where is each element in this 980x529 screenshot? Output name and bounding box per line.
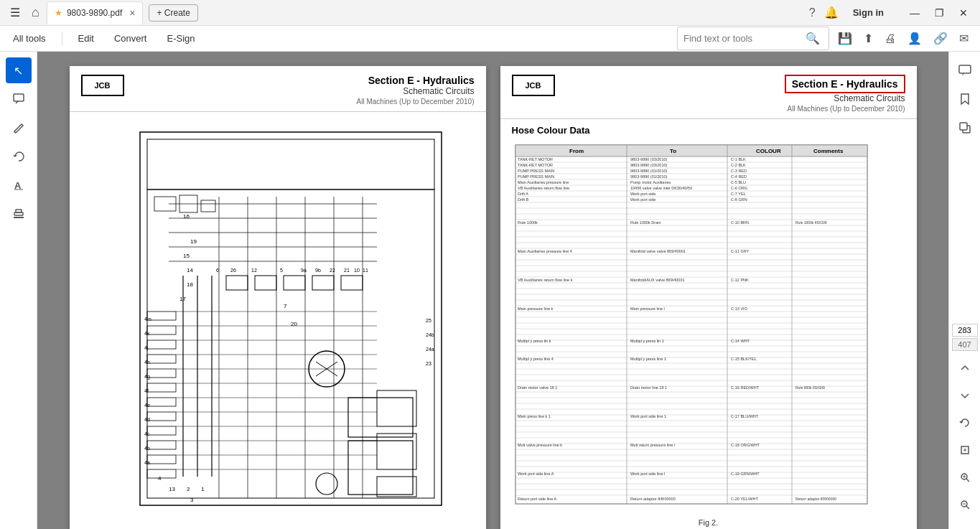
toolbar: All tools Edit Convert E-Sign 🔍 💾 ⬆ 🖨 👤 … bbox=[0, 26, 980, 52]
scroll-up-btn[interactable] bbox=[952, 355, 978, 381]
save-icon[interactable]: 💾 bbox=[835, 29, 855, 48]
svg-rect-47 bbox=[377, 434, 416, 469]
annotate-tool[interactable] bbox=[6, 115, 32, 141]
svg-text:C-4 RED: C-4 RED bbox=[731, 174, 747, 179]
svg-line-238 bbox=[966, 479, 969, 482]
svg-rect-35 bbox=[147, 326, 176, 334]
right-section-sub: Schematic Circuits bbox=[555, 93, 905, 103]
edit-menu[interactable]: Edit bbox=[74, 30, 98, 47]
hose-data-table: From To COLOUR Comments bbox=[512, 141, 871, 507]
svg-text:C-6 ORG: C-6 ORG bbox=[731, 186, 747, 190]
svg-text:21: 21 bbox=[344, 268, 350, 273]
copy-panel-btn[interactable] bbox=[952, 115, 978, 141]
svg-rect-231 bbox=[959, 65, 971, 73]
right-section-title: Section E - Hydraulics bbox=[785, 75, 905, 93]
pdf-tab[interactable]: ★ 9803-9890.pdf × bbox=[47, 1, 144, 24]
svg-text:Drain motor line 18 1: Drain motor line 18 1 bbox=[630, 385, 667, 390]
menu-icon[interactable]: ☰ bbox=[6, 3, 24, 22]
svg-text:Main Auxiliaries pressure line: Main Auxiliaries pressure line 4 bbox=[518, 249, 572, 253]
reset-view-btn[interactable] bbox=[952, 410, 978, 436]
notifications-icon[interactable]: 🔔 bbox=[824, 6, 839, 19]
svg-text:24b: 24b bbox=[426, 332, 434, 337]
svg-text:Main press line k 1: Main press line k 1 bbox=[518, 414, 551, 418]
svg-text:9803-9890 (03/2010): 9803-9890 (03/2010) bbox=[630, 163, 668, 167]
svg-text:4f: 4f bbox=[144, 388, 149, 393]
fit-page-btn[interactable] bbox=[952, 437, 978, 463]
star-icon[interactable]: ★ bbox=[55, 8, 62, 18]
sign-in-button[interactable]: Sign in bbox=[847, 4, 890, 21]
pdf-viewer[interactable]: JCB Section E - Hydraulics Schematic Cir… bbox=[37, 52, 948, 529]
svg-text:Return port side line A: Return port side line A bbox=[518, 497, 556, 501]
svg-rect-39 bbox=[147, 383, 176, 392]
svg-text:4g: 4g bbox=[144, 374, 150, 380]
svg-text:Multipl y   press  lin 1: Multipl y press lin 1 bbox=[630, 339, 664, 343]
text-tool[interactable]: A bbox=[6, 172, 32, 198]
find-search-icon[interactable]: 🔍 bbox=[803, 29, 823, 48]
minimize-button[interactable]: — bbox=[904, 2, 925, 24]
svg-text:15: 15 bbox=[183, 253, 190, 259]
zoom-out-btn[interactable] bbox=[952, 492, 978, 518]
comment-tool[interactable] bbox=[6, 86, 32, 112]
cursor-tool[interactable]: ↖ bbox=[6, 57, 32, 83]
scroll-down-btn[interactable] bbox=[952, 383, 978, 408]
svg-text:Return adaptor 8/8/00000: Return adaptor 8/8/00000 bbox=[630, 497, 676, 501]
svg-text:Work port side: Work port side bbox=[630, 197, 655, 202]
svg-text:C-13 VIO: C-13 VIO bbox=[731, 306, 748, 311]
separator-1 bbox=[62, 32, 62, 46]
svg-text:C-19 GRN/WHT: C-19 GRN/WHT bbox=[731, 472, 760, 476]
zoom-in-btn[interactable] bbox=[952, 464, 978, 490]
left-section-sub: Schematic Circuits bbox=[124, 86, 475, 96]
right-fig-label: Fig 2. bbox=[500, 518, 917, 527]
svg-text:Work port side line A: Work port side line A bbox=[518, 472, 554, 476]
svg-line-242 bbox=[966, 506, 969, 509]
svg-text:C-17 BLU/WHT: C-17 BLU/WHT bbox=[731, 414, 759, 418]
bookmark-panel-btn[interactable] bbox=[952, 86, 978, 112]
current-page-box[interactable]: 283 bbox=[952, 324, 978, 337]
all-tools-menu[interactable]: All tools bbox=[9, 30, 50, 47]
svg-text:4m: 4m bbox=[144, 317, 151, 322]
left-page-header: JCB Section E - Hydraulics Schematic Cir… bbox=[70, 66, 486, 112]
svg-text:Main pressure line l: Main pressure line l bbox=[630, 306, 665, 311]
pdf-page-left: JCB Section E - Hydraulics Schematic Cir… bbox=[70, 66, 486, 529]
convert-menu[interactable]: Convert bbox=[110, 30, 151, 47]
svg-text:VB Auxilliaries return flow li: VB Auxilliaries return flow line k bbox=[518, 278, 573, 282]
main-area: ↖ A bbox=[0, 52, 980, 529]
find-input[interactable] bbox=[683, 33, 798, 44]
svg-text:C-5 BLU: C-5 BLU bbox=[731, 180, 746, 184]
svg-text:C-8 GRN: C-8 GRN bbox=[731, 197, 747, 202]
home-icon[interactable]: ⌂ bbox=[27, 2, 44, 23]
left-header-text: Section E - Hydraulics Schematic Circuit… bbox=[124, 75, 475, 106]
svg-text:10: 10 bbox=[354, 268, 360, 273]
print-icon[interactable]: 🖨 bbox=[882, 29, 899, 48]
svg-text:To: To bbox=[670, 148, 676, 154]
stamp-tool[interactable] bbox=[6, 201, 32, 227]
svg-text:Drain motor valve 18 1: Drain motor valve 18 1 bbox=[518, 385, 557, 390]
maximize-button[interactable]: ❐ bbox=[928, 2, 950, 24]
svg-rect-100 bbox=[348, 441, 413, 495]
link-icon[interactable]: 🔗 bbox=[930, 29, 951, 48]
svg-text:18: 18 bbox=[187, 281, 193, 288]
svg-text:9803-9890 (01/2010): 9803-9890 (01/2010) bbox=[630, 169, 668, 173]
close-button[interactable]: ✕ bbox=[953, 2, 974, 24]
create-button[interactable]: + Create bbox=[149, 4, 197, 22]
comment-panel-btn[interactable] bbox=[952, 57, 978, 83]
svg-rect-11 bbox=[201, 200, 215, 212]
svg-text:4b: 4b bbox=[144, 446, 150, 451]
esign-menu[interactable]: E-Sign bbox=[162, 30, 199, 47]
total-pages-box: 407 bbox=[952, 338, 978, 351]
svg-rect-45 bbox=[147, 469, 176, 478]
email-icon[interactable]: ✉ bbox=[956, 29, 971, 48]
help-icon[interactable]: ? bbox=[809, 6, 816, 19]
svg-text:PUMP PRESS MAIN: PUMP PRESS MAIN bbox=[518, 169, 554, 173]
svg-text:C-3 RED: C-3 RED bbox=[731, 169, 747, 173]
undo-tool[interactable] bbox=[6, 144, 32, 169]
svg-text:20: 20 bbox=[291, 321, 297, 327]
upload-icon[interactable]: ⬆ bbox=[861, 29, 876, 48]
svg-text:C-11 GRY: C-11 GRY bbox=[731, 249, 750, 253]
svg-text:19: 19 bbox=[190, 238, 197, 245]
account-icon[interactable]: 👤 bbox=[905, 29, 925, 48]
svg-text:22: 22 bbox=[330, 268, 335, 273]
tab-close-icon[interactable]: × bbox=[129, 7, 135, 19]
svg-text:Work port side: Work port side bbox=[630, 192, 655, 196]
svg-text:C-16 RED/WHT: C-16 RED/WHT bbox=[731, 385, 760, 390]
